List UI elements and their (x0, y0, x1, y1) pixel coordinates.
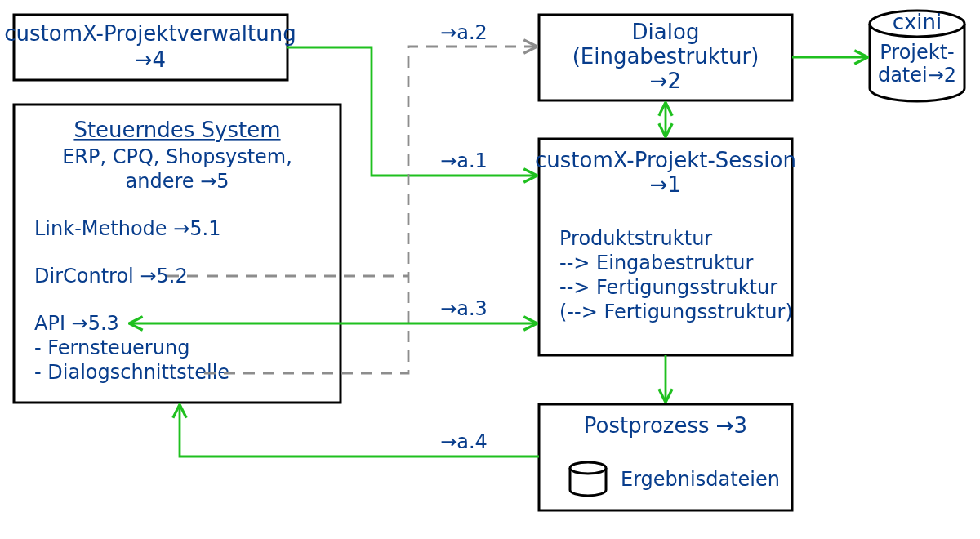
session-b1: Produktstruktur (559, 227, 712, 250)
node-cxini: cxini Projekt- datei→2 (870, 10, 964, 101)
steuer-api2: - Dialogschnittstelle (34, 361, 229, 384)
svg-point-6 (570, 462, 606, 474)
dialog-l2: (Eingabestruktur) (572, 44, 760, 69)
post-title: Postprozess →3 (584, 413, 747, 438)
steuer-dir: DirControl →5.2 (34, 265, 188, 287)
steuer-sub1: ERP, CPQ, Shopsystem, (62, 145, 292, 168)
edge-a2-label: →a.2 (440, 21, 488, 44)
session-b2: --> Eingabestruktur (559, 252, 754, 274)
steuer-api1: - Fernsteuerung (34, 336, 189, 359)
session-b3: --> Fertigungsstruktur (559, 276, 777, 299)
steuer-title: Steuerndes System (74, 118, 280, 142)
node-projektverwaltung: customX-Projektverwaltung →4 (4, 15, 296, 80)
cxini-title: cxini (893, 10, 942, 34)
cxini-l1: Projekt- (880, 41, 954, 64)
post-sub: Ergebnisdateien (621, 468, 780, 491)
node-steuerndes-system: Steuerndes System ERP, CPQ, Shopsystem, … (14, 105, 341, 403)
steuer-link: Link-Methode →5.1 (34, 217, 221, 240)
edge-a1-label: →a.1 (440, 149, 488, 172)
steuer-sub2: andere →5 (125, 170, 229, 193)
node-postprozess: Postprozess →3 Ergebnisdateien (539, 404, 792, 510)
cxini-l2: datei→2 (878, 64, 956, 87)
edge-a4: →a.4 (180, 406, 539, 457)
session-ref: →1 (650, 172, 681, 197)
edge-a4-label: →a.4 (440, 430, 488, 453)
steuer-api: API →5.3 (34, 312, 119, 335)
dialog-l1: Dialog (632, 20, 700, 44)
ergebnis-cylinder-icon (570, 462, 606, 496)
pv-ref: →4 (135, 47, 166, 72)
session-b4: (--> Fertigungsstruktur) (559, 301, 793, 323)
edge-a3-label: →a.3 (440, 297, 488, 320)
dialog-ref: →2 (650, 69, 681, 93)
session-title: customX-Projekt-Session (535, 148, 796, 172)
node-session: customX-Projekt-Session →1 Produktstrukt… (535, 139, 796, 355)
node-dialog: Dialog (Eingabestruktur) →2 (539, 15, 792, 100)
pv-title: customX-Projektverwaltung (4, 21, 296, 46)
